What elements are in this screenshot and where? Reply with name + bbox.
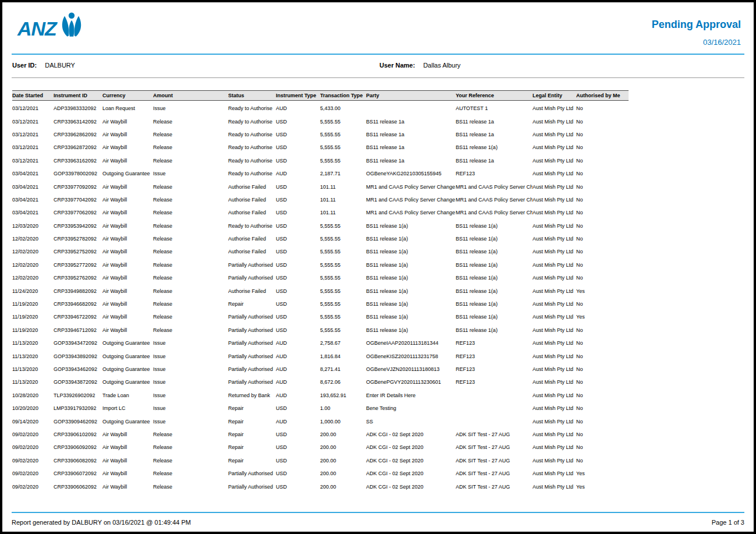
table-cell: Air Waybill [102,484,153,490]
table-cell: No [576,197,629,203]
anz-logo-wordmark: ANZ [17,19,56,38]
table-cell: Aust Mish Pty Ltd [533,471,576,476]
table-row: 09/02/2020CRP33906082092Air WaybillRelea… [12,454,629,467]
table-cell: 11/19/2020 [12,301,54,307]
table-cell: Partially Authorised [228,340,276,346]
table-cell: Repair [228,458,276,464]
table-cell: CRP33946682092 [54,301,102,307]
table-cell: CRP33906102092 [54,432,102,437]
table-cell: No [576,105,629,111]
table-cell: Release [153,301,228,307]
table-cell: Ready to Authorise [228,119,276,125]
table-row: 11/24/2020CRP33949882092Air WaybillRelea… [12,284,629,297]
footer-generated-text: Report generated by DALBURY on 03/16/202… [12,519,191,526]
table-cell: Air Waybill [102,249,153,254]
table-row: 03/04/2021CRP33977042092Air WaybillRelea… [12,193,629,206]
column-header: Status [228,93,276,98]
table-cell: Issue [153,379,228,385]
table-cell: Authorise Failed [228,184,276,190]
table-row: 09/14/2020GOP33909462092Outgoing Guarant… [12,415,629,427]
table-cell: Release [153,132,228,137]
table-cell: Partially Authorised [228,353,276,359]
table-cell: Aust Mish Pty Ltd [533,184,576,190]
table-cell: Outgoing Guarantee [102,379,153,385]
table-cell: GOP33943872092 [54,379,102,385]
table-row: 11/19/2020CRP33946712092Air WaybillRelea… [12,324,629,337]
table-cell: Ready to Authorise [228,171,276,176]
table-cell: Release [153,471,228,476]
table-cell: No [576,301,629,307]
table-cell: USD [276,432,320,437]
anz-logo: ANZ [17,15,86,42]
table-cell: 10/28/2020 [12,392,54,398]
table-cell: USD [276,458,320,464]
table-cell: GOP33943472092 [54,340,102,346]
table-row: 11/13/2020GOP33943872092Outgoing Guarant… [12,376,629,388]
table-cell: No [576,132,629,137]
table-cell: 5,555.55 [320,262,366,268]
table-cell: BS11 release 1(a) [456,301,533,307]
table-cell: Air Waybill [102,132,153,137]
table-cell: Air Waybill [102,327,153,333]
table-cell: 5,433.00 [320,105,366,111]
table-cell: 101.11 [320,184,366,190]
user-name-value: Dallas Albury [423,62,460,69]
table-cell: No [576,184,629,190]
table-cell: CRP33906062092 [54,484,102,490]
table-cell: Release [153,458,228,464]
table-cell: AUD [276,419,320,425]
table-cell: No [576,432,629,437]
table-cell: 11/13/2020 [12,353,54,359]
table-row: 10/28/2020TLP33926902092Trade LoanIssueR… [12,389,629,402]
table-cell: Aust Mish Pty Ltd [533,392,576,398]
table-row: 11/19/2020CRP33946682092Air WaybillRelea… [12,298,629,310]
table-cell: Aust Mish Pty Ltd [533,444,576,450]
table-cell: GOP33978002092 [54,171,102,176]
table-cell: 5,555.55 [320,236,366,242]
table-cell: 200.00 [320,458,366,464]
table-row: 10/20/2020LMP33917932092Import LCIssueRe… [12,402,629,415]
table-cell: Release [153,249,228,254]
table-cell: 1.00 [320,405,366,411]
table-cell: 12/02/2020 [12,236,54,242]
table-cell: USD [276,471,320,476]
table-cell: CRP33949882092 [54,288,102,294]
table-cell: BS11 release 1(a) [366,223,456,229]
table-cell: No [576,366,629,372]
table-cell: No [576,405,629,411]
table-cell: GOP33943892092 [54,353,102,359]
table-cell: 200.00 [320,432,366,437]
table-cell: Yes [576,288,629,294]
table-cell: 5,555.55 [320,275,366,281]
table-cell: Air Waybill [102,471,153,476]
table-cell: 03/12/2021 [12,132,54,137]
table-cell: Release [153,236,228,242]
table-cell: BS11 release 1a [456,119,533,125]
table-cell: USD [276,405,320,411]
table-cell: Repair [228,432,276,437]
table-cell: TLP33926902092 [54,392,102,398]
table-cell: Air Waybill [102,275,153,281]
table-cell: Air Waybill [102,432,153,437]
table-cell: Release [153,197,228,203]
table-cell: Ready to Authorise [228,223,276,229]
table-cell: Issue [153,353,228,359]
table-cell: Aust Mish Pty Ltd [533,210,576,215]
table-cell: CRP33977092092 [54,184,102,190]
table-cell: Partially Authorised [228,314,276,320]
table-cell: BS11 release 1a [456,158,533,164]
table-cell: 03/12/2021 [12,105,54,111]
table-cell: Air Waybill [102,144,153,150]
table-cell: 8,672.06 [320,379,366,385]
table-cell: Issue [153,366,228,372]
report-date: 03/16/2021 [652,38,741,47]
table-cell: No [576,144,629,150]
report-header: ANZ Pending Approval 03/16/2021 [2,2,754,50]
table-cell: MR1 and CAAS Policy Server Cha [456,210,533,215]
table-cell: USD [276,301,320,307]
table-cell: Issue [153,392,228,398]
table-cell: 10/20/2020 [12,405,54,411]
table-cell: CRP33963162092 [54,158,102,164]
table-cell: 12/02/2020 [12,275,54,281]
table-row: 12/02/2020CRP33952752092Air WaybillRelea… [12,245,629,258]
